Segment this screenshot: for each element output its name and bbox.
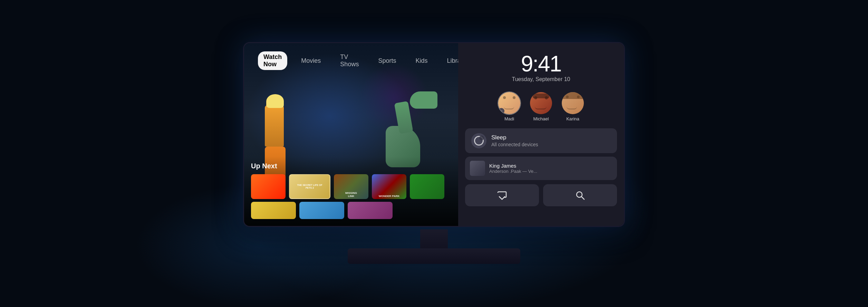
appletv-content: Watch Now Movies TV Shows Sports Kids Li… [244,43,458,226]
now-playing-subtitle: Anderson .Paak — Ve... [489,169,612,174]
nav-item-movies[interactable]: Movies [296,55,326,67]
nav-item-watch-now[interactable]: Watch Now [258,51,287,70]
pets2-label: THE SECRET LIFE OFPETS 2 [290,175,330,198]
dino-neck [394,101,413,134]
search-button[interactable] [543,184,617,206]
sleep-icon [474,136,484,146]
clock-time: 9:41 [458,53,624,75]
airplay-button[interactable] [465,184,539,206]
tv-set: Watch Now Movies TV Shows Sports Kids Li… [244,43,624,264]
sleep-button[interactable]: Sleep All connected devices [465,128,617,153]
user-profiles: ✓ Madi Michael [458,88,624,124]
now-playing-thumbnail [470,161,485,176]
time-display: 9:41 Tuesday, September 10 [458,43,624,88]
profile-name-michael: Michael [533,116,549,121]
profile-name-madi: Madi [504,116,514,121]
sleep-text-group: Sleep All connected devices [491,134,611,147]
lego-char-1 [265,105,284,147]
nav-item-sports[interactable]: Sports [373,55,402,67]
airplay-icon [496,190,508,201]
up-next-section: Up Next THE SECRET LIFE OFPETS 2 MISSING… [244,157,458,226]
svg-line-1 [581,197,584,199]
sleep-subtitle: All connected devices [491,142,611,147]
missing-link-label: MISSINGLINK [334,191,368,198]
avatar-karina [562,92,584,114]
dino-head [410,91,437,109]
movie-thumb-lego[interactable] [251,174,286,199]
now-playing-title: King James [489,163,612,169]
up-next-label: Up Next [251,162,451,170]
bottom-thumbs-row [251,202,451,219]
control-center-actions [465,184,617,206]
movie-thumb-pets2[interactable]: THE SECRET LIFE OFPETS 2 [289,174,330,199]
control-center-panel: 9:41 Tuesday, September 10 ✓ Madi [458,43,624,226]
album-art [470,161,485,176]
movie-thumb-parc[interactable] [410,174,444,199]
nav-item-kids[interactable]: Kids [410,55,433,67]
profile-name-karina: Karina [566,116,579,121]
nav-item-library[interactable]: Library [441,55,458,67]
now-playing-widget[interactable]: King James Anderson .Paak — Ve... [465,157,617,180]
tv-stand-neck [420,229,448,250]
now-playing-text: King James Anderson .Paak — Ve... [489,163,612,174]
wonder-park-label: WONDER PARK [372,195,406,198]
profile-michael[interactable]: Michael [530,92,552,121]
search-icon [575,190,586,201]
movie-thumb-wonder-park[interactable]: WONDER PARK [372,174,406,199]
nav-item-tv-shows[interactable]: TV Shows [335,51,364,70]
bottom-thumb-3[interactable] [348,202,393,219]
tv-screen: Watch Now Movies TV Shows Sports Kids Li… [244,43,624,226]
sleep-title: Sleep [491,134,611,141]
sleep-icon-circle [471,133,486,148]
clock-date: Tuesday, September 10 [458,76,624,82]
profile-karina[interactable]: Karina [562,92,584,121]
profile-madi[interactable]: ✓ Madi [498,92,520,121]
tv-stand-base [348,248,520,264]
movie-thumbnails-row: THE SECRET LIFE OFPETS 2 MISSINGLINK WON… [251,174,451,199]
movie-thumb-missing-link[interactable]: MISSINGLINK [334,174,368,199]
bottom-thumb-1[interactable] [251,202,296,219]
profile-selected-indicator: ✓ [498,108,504,114]
avatar-madi: ✓ [498,92,520,114]
bottom-thumb-2[interactable] [299,202,344,219]
nav-bar: Watch Now Movies TV Shows Sports Kids Li… [244,51,458,70]
avatar-michael [530,92,552,114]
